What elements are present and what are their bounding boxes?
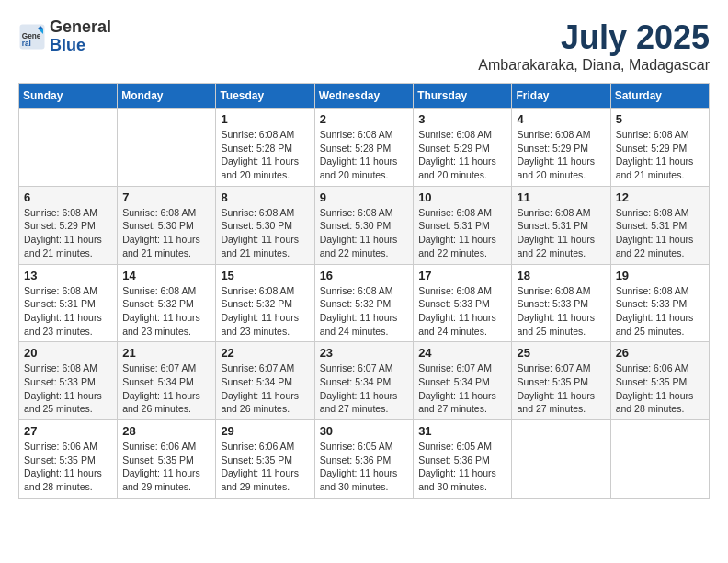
day-info: Sunrise: 6:08 AM Sunset: 5:30 PM Dayligh… — [320, 206, 409, 260]
day-info: Sunrise: 6:08 AM Sunset: 5:28 PM Dayligh… — [221, 128, 309, 182]
day-number: 9 — [320, 190, 409, 204]
calendar-cell: 31Sunrise: 6:05 AM Sunset: 5:36 PM Dayli… — [414, 420, 512, 499]
calendar-title: July 2025 — [478, 18, 710, 57]
svg-text:ral: ral — [22, 40, 31, 48]
logo-blue-text: Blue — [50, 37, 111, 55]
day-info: Sunrise: 6:08 AM Sunset: 5:32 PM Dayligh… — [320, 284, 409, 339]
day-number: 20 — [24, 346, 112, 360]
day-number: 23 — [320, 346, 409, 360]
day-number: 21 — [122, 346, 210, 360]
calendar-cell: 16Sunrise: 6:08 AM Sunset: 5:32 PM Dayli… — [314, 264, 414, 342]
day-info: Sunrise: 6:08 AM Sunset: 5:30 PM Dayligh… — [122, 206, 210, 260]
day-number: 6 — [24, 190, 112, 204]
calendar-cell: 4Sunrise: 6:08 AM Sunset: 5:29 PM Daylig… — [512, 109, 610, 187]
calendar-cell: 12Sunrise: 6:08 AM Sunset: 5:31 PM Dayli… — [610, 186, 709, 264]
calendar-cell: 22Sunrise: 6:07 AM Sunset: 5:34 PM Dayli… — [216, 342, 314, 420]
logo: Gene ral General Blue — [18, 18, 111, 55]
day-number: 17 — [418, 269, 506, 282]
week-row-1: 1Sunrise: 6:08 AM Sunset: 5:28 PM Daylig… — [19, 109, 710, 187]
day-info: Sunrise: 6:08 AM Sunset: 5:31 PM Dayligh… — [616, 206, 704, 260]
calendar-cell: 8Sunrise: 6:08 AM Sunset: 5:30 PM Daylig… — [216, 186, 314, 264]
weekday-header-saturday: Saturday — [610, 84, 709, 109]
title-block: July 2025 Ambarakaraka, Diana, Madagasca… — [478, 18, 710, 74]
calendar-cell: 11Sunrise: 6:08 AM Sunset: 5:31 PM Dayli… — [512, 186, 610, 264]
day-info: Sunrise: 6:08 AM Sunset: 5:29 PM Dayligh… — [418, 128, 506, 182]
day-number: 15 — [221, 269, 309, 282]
day-info: Sunrise: 6:07 AM Sunset: 5:35 PM Dayligh… — [517, 362, 605, 416]
day-number: 25 — [517, 346, 605, 360]
day-info: Sunrise: 6:06 AM Sunset: 5:35 PM Dayligh… — [24, 440, 112, 494]
day-info: Sunrise: 6:05 AM Sunset: 5:36 PM Dayligh… — [418, 440, 506, 494]
calendar-cell: 26Sunrise: 6:06 AM Sunset: 5:35 PM Dayli… — [610, 342, 709, 420]
day-info: Sunrise: 6:05 AM Sunset: 5:36 PM Dayligh… — [320, 440, 409, 494]
day-info: Sunrise: 6:08 AM Sunset: 5:31 PM Dayligh… — [418, 206, 506, 260]
calendar-cell: 28Sunrise: 6:06 AM Sunset: 5:35 PM Dayli… — [118, 420, 216, 499]
calendar-cell: 17Sunrise: 6:08 AM Sunset: 5:33 PM Dayli… — [414, 264, 512, 342]
day-number: 4 — [517, 112, 605, 126]
calendar-cell: 20Sunrise: 6:08 AM Sunset: 5:33 PM Dayli… — [19, 342, 118, 420]
day-info: Sunrise: 6:07 AM Sunset: 5:34 PM Dayligh… — [221, 362, 309, 416]
day-number: 31 — [418, 424, 506, 438]
day-number: 16 — [320, 269, 409, 282]
calendar-location: Ambarakaraka, Diana, Madagascar — [478, 57, 710, 74]
weekday-header-tuesday: Tuesday — [216, 84, 314, 109]
page-header: Gene ral General Blue July 2025 Ambaraka… — [18, 18, 710, 74]
day-info: Sunrise: 6:07 AM Sunset: 5:34 PM Dayligh… — [418, 362, 506, 416]
day-info: Sunrise: 6:08 AM Sunset: 5:28 PM Dayligh… — [320, 128, 409, 182]
logo-icon: Gene ral — [18, 23, 46, 51]
calendar-cell: 27Sunrise: 6:06 AM Sunset: 5:35 PM Dayli… — [19, 420, 118, 499]
day-info: Sunrise: 6:08 AM Sunset: 5:32 PM Dayligh… — [122, 284, 210, 339]
day-number: 27 — [24, 424, 112, 438]
day-info: Sunrise: 6:08 AM Sunset: 5:29 PM Dayligh… — [517, 128, 605, 182]
calendar-cell: 23Sunrise: 6:07 AM Sunset: 5:34 PM Dayli… — [314, 342, 414, 420]
calendar-cell: 25Sunrise: 6:07 AM Sunset: 5:35 PM Dayli… — [512, 342, 610, 420]
calendar-cell — [118, 109, 216, 187]
day-number: 10 — [418, 190, 506, 204]
day-number: 1 — [221, 112, 309, 126]
day-info: Sunrise: 6:07 AM Sunset: 5:34 PM Dayligh… — [320, 362, 409, 416]
week-row-5: 27Sunrise: 6:06 AM Sunset: 5:35 PM Dayli… — [19, 420, 710, 499]
calendar-cell: 21Sunrise: 6:07 AM Sunset: 5:34 PM Dayli… — [118, 342, 216, 420]
day-number: 30 — [320, 424, 409, 438]
logo-general-text: General — [50, 18, 111, 37]
calendar-cell: 29Sunrise: 6:06 AM Sunset: 5:35 PM Dayli… — [216, 420, 314, 499]
calendar-cell: 5Sunrise: 6:08 AM Sunset: 5:29 PM Daylig… — [610, 109, 709, 187]
day-number: 24 — [418, 346, 506, 360]
weekday-header-monday: Monday — [118, 84, 216, 109]
day-info: Sunrise: 6:08 AM Sunset: 5:33 PM Dayligh… — [418, 284, 506, 339]
day-number: 2 — [320, 112, 409, 126]
weekday-header-thursday: Thursday — [414, 84, 512, 109]
day-info: Sunrise: 6:06 AM Sunset: 5:35 PM Dayligh… — [221, 440, 309, 494]
day-info: Sunrise: 6:07 AM Sunset: 5:34 PM Dayligh… — [122, 362, 210, 416]
calendar-cell: 18Sunrise: 6:08 AM Sunset: 5:33 PM Dayli… — [512, 264, 610, 342]
day-number: 26 — [616, 346, 704, 360]
calendar-cell — [610, 420, 709, 499]
day-info: Sunrise: 6:08 AM Sunset: 5:30 PM Dayligh… — [221, 206, 309, 260]
day-number: 3 — [418, 112, 506, 126]
calendar-cell — [19, 109, 118, 187]
calendar-cell: 2Sunrise: 6:08 AM Sunset: 5:28 PM Daylig… — [314, 109, 414, 187]
day-info: Sunrise: 6:08 AM Sunset: 5:33 PM Dayligh… — [24, 362, 112, 416]
calendar-cell: 6Sunrise: 6:08 AM Sunset: 5:29 PM Daylig… — [19, 186, 118, 264]
day-number: 7 — [122, 190, 210, 204]
day-number: 8 — [221, 190, 309, 204]
calendar-cell: 19Sunrise: 6:08 AM Sunset: 5:33 PM Dayli… — [610, 264, 709, 342]
day-info: Sunrise: 6:08 AM Sunset: 5:29 PM Dayligh… — [616, 128, 704, 182]
calendar-cell: 3Sunrise: 6:08 AM Sunset: 5:29 PM Daylig… — [414, 109, 512, 187]
calendar-cell: 9Sunrise: 6:08 AM Sunset: 5:30 PM Daylig… — [314, 186, 414, 264]
day-number: 28 — [122, 424, 210, 438]
calendar-table: SundayMondayTuesdayWednesdayThursdayFrid… — [18, 83, 710, 499]
day-info: Sunrise: 6:08 AM Sunset: 5:31 PM Dayligh… — [517, 206, 605, 260]
day-info: Sunrise: 6:08 AM Sunset: 5:29 PM Dayligh… — [24, 206, 112, 260]
weekday-header-sunday: Sunday — [19, 84, 118, 109]
logo-text: General Blue — [50, 18, 111, 55]
calendar-cell: 30Sunrise: 6:05 AM Sunset: 5:36 PM Dayli… — [314, 420, 414, 499]
day-info: Sunrise: 6:08 AM Sunset: 5:33 PM Dayligh… — [616, 284, 704, 339]
day-number: 13 — [24, 269, 112, 282]
week-row-2: 6Sunrise: 6:08 AM Sunset: 5:29 PM Daylig… — [19, 186, 710, 264]
week-row-4: 20Sunrise: 6:08 AM Sunset: 5:33 PM Dayli… — [19, 342, 710, 420]
calendar-cell: 7Sunrise: 6:08 AM Sunset: 5:30 PM Daylig… — [118, 186, 216, 264]
calendar-cell: 10Sunrise: 6:08 AM Sunset: 5:31 PM Dayli… — [414, 186, 512, 264]
weekday-header-friday: Friday — [512, 84, 610, 109]
calendar-cell: 13Sunrise: 6:08 AM Sunset: 5:31 PM Dayli… — [19, 264, 118, 342]
